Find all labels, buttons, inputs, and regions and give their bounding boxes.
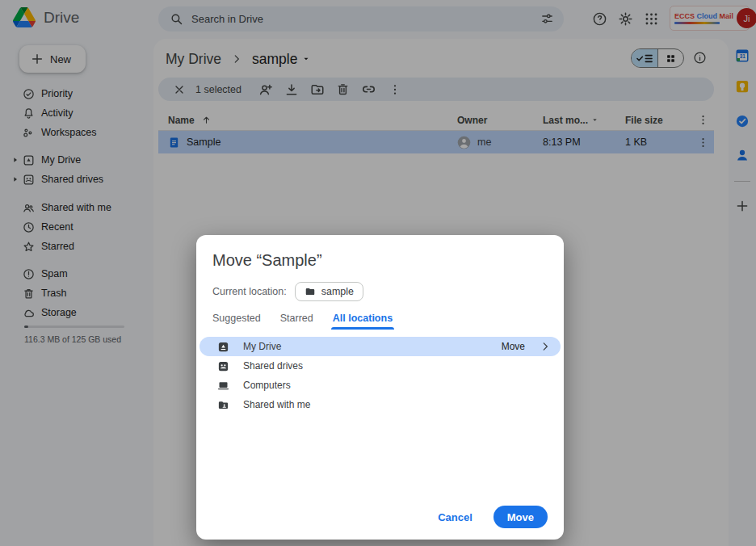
location-label: My Drive (243, 341, 281, 352)
location-item-shared-with-me[interactable]: Shared with me (200, 395, 561, 414)
tab-suggested[interactable]: Suggested (212, 313, 261, 330)
dialog-footer: Cancel Move (438, 506, 548, 528)
chevron-right-icon[interactable] (540, 341, 551, 352)
folder-shared-icon (217, 399, 229, 411)
current-location-chip[interactable]: sample (295, 282, 363, 301)
dialog-title: Move “Sample” (196, 251, 564, 270)
location-item-computers[interactable]: Computers (200, 376, 561, 395)
location-item-my-drive[interactable]: My Drive Move (200, 337, 561, 356)
move-dialog: Move “Sample” Current location: sample S… (196, 235, 564, 540)
shared-drives-icon (217, 360, 229, 372)
my-drive-icon (217, 341, 229, 353)
cancel-button[interactable]: Cancel (438, 511, 472, 523)
current-location-row: Current location: sample (196, 282, 564, 301)
dialog-tabs: Suggested Starred All locations (196, 313, 564, 330)
current-location-name: sample (321, 286, 354, 297)
location-list: My Drive Move Shared drives Computers Sh… (200, 337, 561, 414)
tab-all-locations[interactable]: All locations (333, 313, 393, 330)
tab-starred[interactable]: Starred (280, 313, 313, 330)
inline-move-label[interactable]: Move (502, 341, 525, 352)
location-label: Shared with me (243, 399, 310, 410)
move-button[interactable]: Move (494, 506, 548, 528)
location-label: Computers (243, 380, 291, 391)
location-item-shared-drives[interactable]: Shared drives (200, 356, 561, 376)
folder-icon (304, 286, 316, 297)
location-label: Shared drives (243, 360, 303, 372)
laptop-icon (217, 380, 229, 392)
current-location-label: Current location: (212, 286, 287, 297)
